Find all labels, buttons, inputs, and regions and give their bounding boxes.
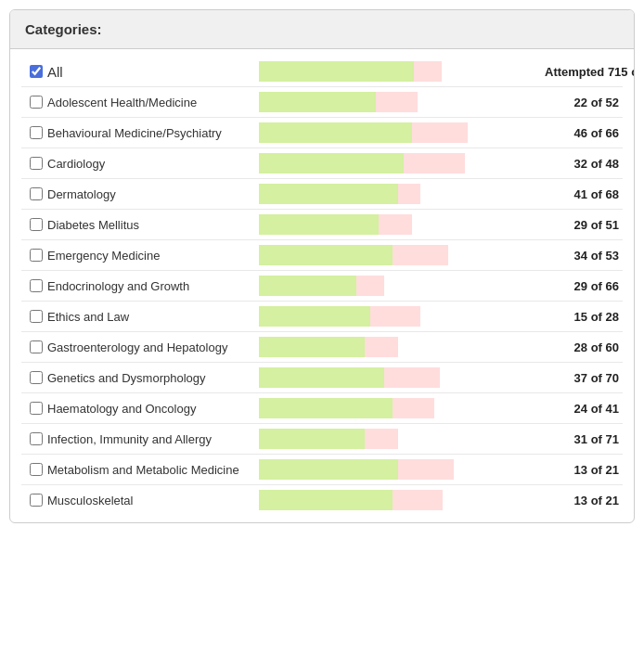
- category-bar: [259, 92, 537, 112]
- category-checkbox-area[interactable]: [25, 310, 47, 323]
- category-checkbox-area[interactable]: [25, 96, 47, 109]
- category-row: Cardiology 32 of 48: [21, 148, 623, 179]
- category-bar: [259, 337, 537, 357]
- category-bar: [259, 367, 537, 388]
- category-bar: [259, 245, 537, 265]
- category-name: Endocrinology and Growth: [47, 279, 251, 293]
- category-checkbox[interactable]: [30, 494, 43, 507]
- all-row: All Attempted 715 of 1,285: [21, 57, 623, 87]
- category-name: Behavioural Medicine/Psychiatry: [47, 126, 251, 140]
- category-count: 13 of 21: [545, 463, 619, 477]
- category-bar-red: [412, 122, 468, 143]
- category-bar: [259, 122, 537, 143]
- category-bar-red: [393, 490, 443, 510]
- category-name: Metabolism and Metabolic Medicine: [47, 463, 251, 477]
- category-bar-green: [259, 306, 370, 327]
- category-name: Gastroenterology and Hepatology: [47, 340, 251, 354]
- category-row: Dermatology 41 of 68: [21, 179, 623, 210]
- category-name: Genetics and Dysmorphology: [47, 371, 251, 385]
- all-checkbox-area[interactable]: [25, 65, 47, 78]
- category-checkbox-area[interactable]: [25, 402, 47, 415]
- category-bar-red: [379, 214, 412, 235]
- category-bar-green: [259, 367, 384, 388]
- all-bar-green: [259, 61, 414, 82]
- category-row: Adolescent Health/Medicine 22 of 52: [21, 87, 623, 118]
- category-checkbox[interactable]: [30, 187, 43, 200]
- category-row: Metabolism and Metabolic Medicine 13 of …: [21, 455, 623, 485]
- category-count: 41 of 68: [545, 187, 619, 201]
- category-row: Diabetes Mellitus 29 of 51: [21, 210, 623, 240]
- category-checkbox[interactable]: [30, 249, 43, 262]
- category-row: Endocrinology and Growth 29 of 66: [21, 271, 623, 302]
- category-checkbox-area[interactable]: [25, 249, 47, 262]
- category-checkbox[interactable]: [30, 157, 43, 170]
- all-bar-red: [414, 61, 442, 82]
- category-name: Dermatology: [47, 187, 251, 201]
- category-row: Musculoskeletal 13 of 21: [21, 485, 623, 515]
- all-bar: [259, 61, 537, 82]
- category-name: Cardiology: [47, 157, 251, 171]
- category-bar-green: [259, 429, 365, 449]
- category-checkbox[interactable]: [30, 371, 43, 384]
- category-bar: [259, 490, 537, 510]
- category-count: 34 of 53: [545, 249, 619, 263]
- category-checkbox[interactable]: [30, 96, 43, 109]
- category-checkbox-area[interactable]: [25, 218, 47, 231]
- category-checkbox-area[interactable]: [25, 371, 47, 384]
- category-name: Emergency Medicine: [47, 249, 251, 263]
- category-checkbox[interactable]: [30, 126, 43, 139]
- category-bar-red: [365, 337, 398, 357]
- category-bar: [259, 429, 537, 449]
- category-checkbox[interactable]: [30, 402, 43, 415]
- category-bar-green: [259, 398, 393, 418]
- category-bar-red: [356, 276, 384, 296]
- category-bar-red: [404, 153, 465, 173]
- category-count: 46 of 66: [545, 126, 619, 140]
- category-count: 22 of 52: [545, 96, 619, 109]
- category-bar: [259, 398, 537, 418]
- category-row: Genetics and Dysmorphology 37 of 70: [21, 363, 623, 393]
- category-bar: [259, 184, 537, 204]
- category-count: 37 of 70: [545, 371, 619, 385]
- category-count: 29 of 66: [545, 279, 619, 293]
- category-checkbox-area[interactable]: [25, 432, 47, 445]
- category-checkbox-area[interactable]: [25, 126, 47, 139]
- all-attempted-label: Attempted 715 of 1,285: [545, 65, 619, 79]
- panel-body: All Attempted 715 of 1,285 Adolescent He…: [10, 49, 634, 522]
- category-checkbox[interactable]: [30, 310, 43, 323]
- category-bar-green: [259, 245, 393, 265]
- category-bar: [259, 153, 537, 173]
- category-checkbox-area[interactable]: [25, 187, 47, 200]
- category-checkbox[interactable]: [30, 463, 43, 476]
- category-bar-green: [259, 92, 376, 112]
- category-count: 15 of 28: [545, 310, 619, 324]
- category-bar: [259, 214, 537, 235]
- category-checkbox-area[interactable]: [25, 463, 47, 476]
- category-checkbox[interactable]: [30, 432, 43, 445]
- category-bar-green: [259, 337, 365, 357]
- category-name: Haematology and Oncology: [47, 402, 251, 416]
- category-name: Adolescent Health/Medicine: [47, 96, 251, 109]
- all-checkbox[interactable]: [30, 65, 43, 78]
- category-row: Behavioural Medicine/Psychiatry 46 of 66: [21, 118, 623, 148]
- category-bar: [259, 306, 537, 327]
- category-count: 31 of 71: [545, 432, 619, 446]
- category-count: 28 of 60: [545, 340, 619, 354]
- category-bar-red: [370, 306, 420, 327]
- category-checkbox-area[interactable]: [25, 340, 47, 353]
- category-bar-red: [384, 367, 440, 388]
- category-checkbox-area[interactable]: [25, 279, 47, 292]
- category-name: Ethics and Law: [47, 310, 251, 324]
- category-list: Adolescent Health/Medicine 22 of 52 Beha…: [21, 87, 623, 515]
- category-checkbox[interactable]: [30, 340, 43, 353]
- category-bar-green: [259, 153, 404, 173]
- category-checkbox-area[interactable]: [25, 494, 47, 507]
- category-bar-red: [398, 184, 420, 204]
- category-bar-red: [365, 429, 398, 449]
- category-checkbox[interactable]: [30, 279, 43, 292]
- category-checkbox-area[interactable]: [25, 157, 47, 170]
- category-checkbox[interactable]: [30, 218, 43, 231]
- category-count: 29 of 51: [545, 218, 619, 232]
- category-bar: [259, 459, 537, 480]
- panel-title: Categories:: [10, 10, 634, 49]
